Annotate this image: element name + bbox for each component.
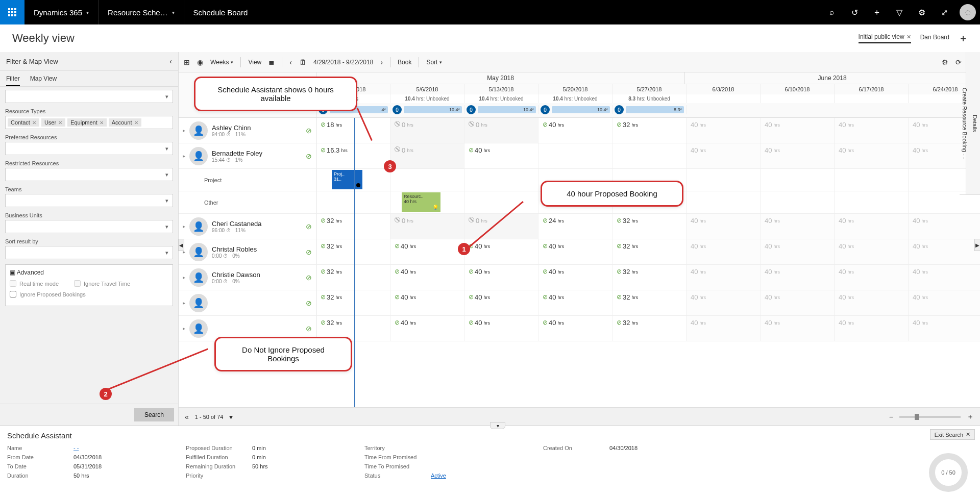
exit-search-button[interactable]: Exit Search✕ [930, 429, 975, 440]
hours-cell[interactable]: ⊘32 hrs [612, 239, 687, 264]
subtab-filter[interactable]: Filter [6, 75, 20, 86]
hours-cell[interactable]: 0 hrs [390, 143, 464, 168]
hours-cell[interactable]: 0 hrs [464, 118, 538, 143]
hours-cell[interactable]: 0 hrs [390, 118, 464, 143]
hours-cell[interactable]: ⊘40 hrs [390, 239, 464, 264]
hours-cell[interactable]: ⊘32 hrs [612, 290, 687, 315]
expand-icon[interactable]: ⤢ [933, 8, 955, 17]
sub-cell[interactable] [464, 191, 538, 213]
hours-cell[interactable]: 40 hrs [761, 118, 835, 143]
close-icon[interactable]: ✕ [32, 120, 36, 126]
hours-cell[interactable]: ⊘32 hrs [316, 290, 390, 315]
restricted-select[interactable] [5, 168, 173, 181]
hours-cell[interactable]: ⊘40 hrs [464, 143, 538, 168]
resource-types-chips[interactable]: Contact✕ User✕ Equipment✕ Account✕ [5, 116, 173, 129]
hours-cell[interactable]: 40 hrs [761, 290, 835, 315]
sort-button[interactable]: Sort▾ [426, 59, 442, 66]
hours-cell[interactable]: 40 hrs [687, 290, 761, 315]
hours-cell[interactable] [612, 143, 687, 168]
create-icon[interactable]: ＋ [866, 7, 888, 18]
sub-cell[interactable] [687, 169, 761, 191]
search-button[interactable]: Search [134, 408, 174, 421]
hours-cell[interactable]: 40 hrs [687, 265, 761, 290]
hours-cell[interactable]: 40 hrs [835, 239, 909, 264]
hours-cell[interactable]: ⊘32 hrs [612, 214, 687, 239]
hours-cell[interactable]: 40 hrs [835, 265, 909, 290]
tab-dan-board[interactable]: Dan Board [920, 34, 949, 43]
sub-cell[interactable] [761, 191, 835, 213]
zoom-out-icon[interactable]: − [889, 413, 893, 421]
resource-cell[interactable]: ▸👤Cheri Castaneda96:00 ⏱11%⊘ [179, 214, 316, 239]
hours-cell[interactable]: 40 hrs [761, 214, 835, 239]
hours-cell[interactable]: 40 hrs [835, 214, 909, 239]
hours-cell[interactable]: 40 hrs [761, 239, 835, 264]
teams-select[interactable] [5, 194, 173, 207]
close-icon[interactable]: ✕ [58, 120, 62, 126]
tab-add[interactable]: ＋ [959, 32, 968, 44]
hours-cell[interactable]: ⊘40 hrs [538, 118, 612, 143]
resource-cell[interactable]: ▸👤Ashley Chinn94:00 ⏱11%⊘ [179, 118, 316, 143]
hours-cell[interactable]: ⊘40 hrs [538, 239, 612, 264]
sub-cell[interactable] [390, 169, 464, 191]
hours-cell[interactable]: ⊘40 hrs [464, 265, 538, 290]
hours-cell[interactable]: ⊘40 hrs [464, 290, 538, 315]
hours-cell[interactable]: ⊘40 hrs [464, 239, 538, 264]
hours-cell[interactable]: ⊘40 hrs [538, 290, 612, 315]
hours-cell[interactable] [538, 143, 612, 168]
search-icon[interactable]: ⌕ [821, 8, 843, 17]
hours-cell[interactable]: 40 hrs [909, 214, 980, 239]
flyout-details[interactable]: Details [970, 52, 980, 195]
page-next-icon[interactable]: ▾ [229, 413, 233, 421]
sub-cell[interactable]: Proj..31.. [316, 169, 390, 191]
nav-area[interactable]: Resource Sche… ▾ [99, 0, 184, 24]
close-icon[interactable]: ✕ [134, 120, 138, 126]
hours-cell[interactable]: 40 hrs [761, 143, 835, 168]
book-button[interactable]: Book [398, 59, 411, 66]
hours-cell[interactable]: ⊘40 hrs [390, 316, 464, 341]
advanced-title[interactable]: ▣ Advanced [10, 269, 168, 276]
close-icon[interactable]: ✕ [100, 120, 104, 126]
chip-account[interactable]: Account✕ [109, 118, 141, 127]
bu-select[interactable] [5, 220, 173, 233]
sub-cell[interactable] [687, 191, 761, 213]
hours-cell[interactable]: ⊘40 hrs [538, 316, 612, 341]
chip-equipment[interactable]: Equipment✕ [67, 118, 107, 127]
hours-cell[interactable]: ⊘32 hrs [612, 265, 687, 290]
add-grid-icon[interactable]: ⊞ [184, 58, 190, 66]
filter-icon[interactable]: ▽ [888, 8, 911, 17]
sub-cell[interactable] [835, 191, 909, 213]
hours-cell[interactable]: ⊘40 hrs [464, 316, 538, 341]
hours-cell[interactable]: ⊘40 hrs [538, 265, 612, 290]
zoom-in-icon[interactable]: ＋ [967, 412, 974, 421]
hours-cell[interactable]: 40 hrs [909, 239, 980, 264]
sub-cell[interactable] [835, 169, 909, 191]
scroll-left[interactable]: ◀ [178, 239, 184, 251]
sub-cell[interactable] [761, 169, 835, 191]
hours-cell[interactable]: ⊘32 hrs [612, 316, 687, 341]
hours-cell[interactable]: 40 hrs [687, 118, 761, 143]
panel-expand-handle[interactable]: ▾ [490, 422, 505, 429]
resource-cell[interactable]: ▸👤Bernadette Foley15:44 ⏱1%⊘ [179, 143, 316, 168]
gear-icon[interactable]: ⚙ [942, 58, 948, 66]
hours-cell[interactable]: 40 hrs [687, 316, 761, 341]
settings-icon[interactable]: ⚙ [911, 8, 933, 17]
recent-icon[interactable]: ↺ [843, 8, 866, 17]
hours-cell[interactable]: 40 hrs [687, 214, 761, 239]
resource-cell[interactable]: ▸👤Christal Robles0:00 ⏱0%⊘ [179, 239, 316, 264]
hours-cell[interactable]: ⊘32 hrs [612, 118, 687, 143]
hours-cell[interactable]: 40 hrs [835, 290, 909, 315]
zoom-slider[interactable] [899, 416, 961, 418]
hours-cell[interactable]: ⊘18 hrs [316, 118, 390, 143]
hours-cell[interactable]: 40 hrs [909, 265, 980, 290]
preferred-select[interactable] [5, 142, 173, 155]
hours-cell[interactable]: 40 hrs [687, 143, 761, 168]
calendar-icon[interactable]: 🗓 [299, 58, 306, 66]
hours-cell[interactable]: ⊘24 hrs [538, 214, 612, 239]
hours-cell[interactable]: 40 hrs [909, 316, 980, 341]
scroll-right[interactable]: ▶ [974, 239, 980, 251]
list-icon[interactable]: ≣ [268, 58, 275, 66]
hours-cell[interactable]: ⊘40 hrs [390, 265, 464, 290]
sub-cell[interactable]: Resourc..40 hrs💡 [390, 191, 464, 213]
hours-cell[interactable]: 40 hrs [687, 239, 761, 264]
chip-user[interactable]: User✕ [41, 118, 65, 127]
